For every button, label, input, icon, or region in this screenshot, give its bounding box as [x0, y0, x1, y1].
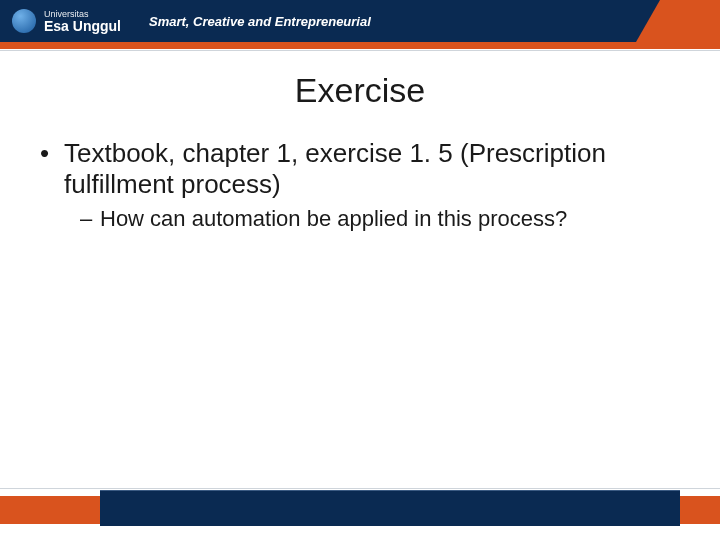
- footer-navy-bar: [100, 490, 680, 526]
- dash-mark-icon: –: [80, 206, 100, 232]
- logo-text: Universitas Esa Unggul: [44, 10, 121, 33]
- header-accent: [660, 0, 720, 42]
- bullet-2-text: How can automation be applied in this pr…: [100, 206, 567, 232]
- logo: Universitas Esa Unggul: [0, 9, 121, 33]
- orange-strip: [0, 42, 720, 49]
- logo-name: Esa Unggul: [44, 18, 121, 34]
- logo-top: Universitas: [44, 10, 121, 19]
- bullet-mark-icon: •: [40, 138, 64, 200]
- footer: [0, 488, 720, 540]
- logo-icon: [12, 9, 36, 33]
- footer-divider: [0, 488, 720, 489]
- bullet-level-2: – How can automation be applied in this …: [80, 206, 680, 232]
- slide-title: Exercise: [0, 71, 720, 110]
- header-bar: Universitas Esa Unggul Smart, Creative a…: [0, 0, 720, 42]
- bullet-level-1: • Textbook, chapter 1, exercise 1. 5 (Pr…: [40, 138, 680, 200]
- content-area: • Textbook, chapter 1, exercise 1. 5 (Pr…: [0, 110, 720, 232]
- tagline: Smart, Creative and Entrepreneurial: [149, 14, 371, 29]
- bullet-1-text: Textbook, chapter 1, exercise 1. 5 (Pres…: [64, 138, 680, 200]
- divider-line: [0, 50, 720, 51]
